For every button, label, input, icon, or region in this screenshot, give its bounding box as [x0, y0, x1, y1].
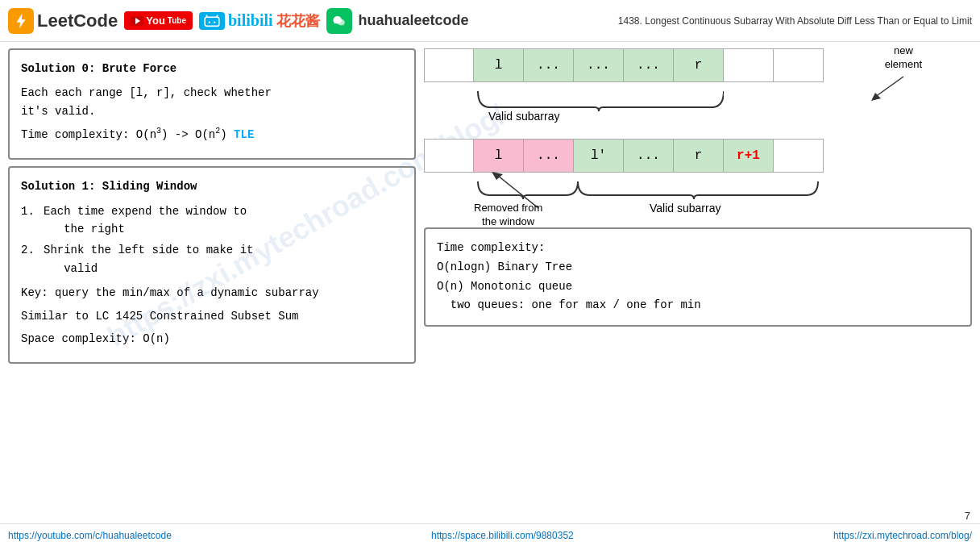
cell-a1-1: l — [474, 48, 524, 82]
cell-a1-6 — [724, 48, 774, 82]
footer-link1[interactable]: https://youtube.com/c/huahualeetcode — [8, 530, 172, 541]
time-line4: two queues: one for max / one for min — [437, 296, 959, 315]
solution1-box: Solution 1: Sliding Window 1. Each time … — [8, 166, 416, 364]
cell-a2-3: l' — [574, 139, 624, 173]
array1-section: l ... ... ... r newelement — [424, 48, 972, 123]
solution1-title: Solution 1: Sliding Window — [21, 177, 403, 195]
cell-a1-3: ... — [574, 48, 624, 82]
cell-a2-4: ... — [624, 139, 674, 173]
solution0-complexity: Time complexity: O(n3) -> O(n2) TLE — [21, 125, 403, 144]
solution0-desc: Each each range [l, r], check whetherit'… — [21, 84, 403, 120]
step2-num: 2. — [21, 241, 37, 277]
solution0-title: Solution 0: Brute Force — [21, 60, 403, 77]
cell-a1-5: r — [674, 48, 724, 82]
cell-a1-7 — [774, 48, 824, 82]
cell-a2-5: r — [674, 139, 724, 173]
main-content: Solution 0: Brute Force Each each range … — [0, 42, 980, 523]
cell-a1-0 — [424, 48, 474, 82]
cell-a1-4: ... — [624, 48, 674, 82]
footer-link3[interactable]: https://zxi.mytechroad.com/blog/ — [833, 530, 972, 541]
svg-rect-2 — [205, 17, 219, 26]
array1-brace-area: Valid subarray — [424, 87, 972, 123]
time-line2: O(nlogn) Binary Tree — [437, 258, 959, 277]
bili-sub: 花花酱 — [276, 11, 320, 31]
svg-point-5 — [209, 21, 210, 23]
cell-a2-0 — [424, 139, 474, 173]
time-line3: O(n) Monotonic queue — [437, 277, 959, 297]
array2-brace-area: Removed fromthe window Valid subarray — [424, 177, 972, 213]
step1-num: 1. — [21, 202, 37, 239]
cell-a2-6: r+1 — [724, 139, 774, 173]
step2-text: Shrink the left side to make it valid — [44, 241, 253, 277]
footer-link2[interactable]: https://space.bilibili.com/9880352 — [431, 530, 574, 541]
problem-title: 1438. Longest Continuous Subarray With A… — [618, 15, 972, 27]
space-line: Space complexity: O(n) — [21, 330, 403, 348]
time-line1: Time complexity: — [437, 239, 959, 258]
similar-line: Similar to LC 1425 Constrained Subset Su… — [21, 307, 403, 325]
wechat-badge — [326, 8, 352, 34]
page-number: 7 — [965, 510, 970, 522]
yt-label2: Tube — [168, 16, 186, 25]
left-panel: Solution 0: Brute Force Each each range … — [8, 48, 416, 517]
key-line: Key: query the min/max of a dynamic suba… — [21, 284, 403, 302]
step2: 2. Shrink the left side to make it valid — [21, 241, 403, 277]
yt-label: You — [146, 15, 165, 27]
leetcode-logo[interactable]: LeetCode — [8, 8, 118, 34]
solution0-box: Solution 0: Brute Force Each each range … — [8, 48, 416, 160]
new-element-label: newelement — [885, 44, 922, 72]
step1-text: Each time expend the window to the right — [44, 202, 247, 239]
footer: https://youtube.com/c/huahualeetcode htt… — [0, 523, 980, 546]
cell-a1-2: ... — [524, 48, 574, 82]
bilibili-area: bilibili 花花酱 — [199, 11, 320, 31]
svg-point-6 — [214, 21, 215, 23]
array2-section: l ... l' ... r r+1 — [424, 139, 972, 213]
tle-badge: TLE — [234, 128, 254, 141]
bili-icon — [199, 12, 225, 30]
removed-label: Removed fromthe window — [474, 202, 542, 229]
step1: 1. Each time expend the window to the ri… — [21, 202, 403, 239]
bili-text: bilibili — [228, 11, 273, 30]
valid-subarray2-label: Valid subarray — [650, 202, 720, 215]
valid-subarray1-label: Valid subarray — [488, 110, 559, 123]
lc-icon — [8, 8, 34, 34]
youtube-badge[interactable]: You Tube — [124, 11, 193, 30]
lc-text: LeetCode — [37, 10, 118, 31]
time-box: Time complexity: O(nlogn) Binary Tree O(… — [424, 227, 972, 327]
cell-a2-7 — [774, 139, 824, 173]
header: LeetCode You Tube bilibili 花花酱 — [0, 0, 980, 42]
right-panel: l ... ... ... r newelement — [424, 48, 972, 517]
logo-area: LeetCode You Tube bilibili 花花酱 — [8, 8, 469, 34]
handle-text: huahualeetcode — [359, 12, 469, 29]
